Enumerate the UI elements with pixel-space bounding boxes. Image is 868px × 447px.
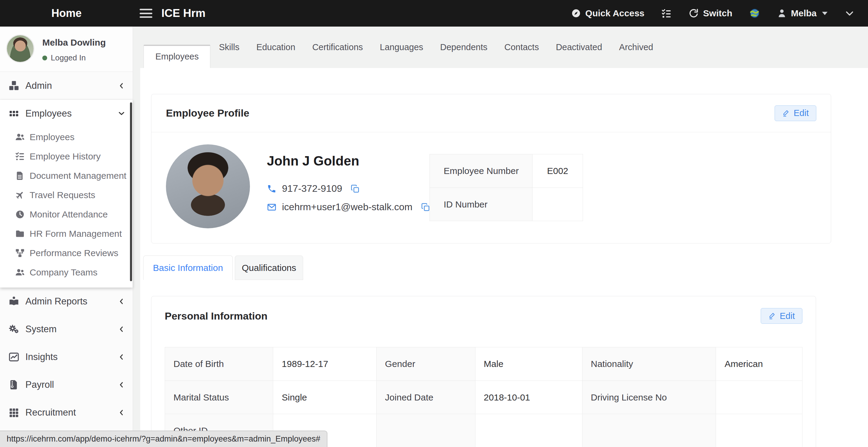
copy-email-button[interactable] xyxy=(421,203,430,212)
clock-icon xyxy=(15,210,25,219)
employee-profile-header: Employee Profile Edit xyxy=(151,94,831,132)
tab-certifications[interactable]: Certifications xyxy=(304,27,371,68)
chart-line-icon xyxy=(8,352,19,362)
tab-dependents[interactable]: Dependents xyxy=(432,27,496,68)
navbar-actions: Quick Access xyxy=(571,8,855,19)
sidebar-item-travel-requests[interactable]: Travel Requests xyxy=(0,186,133,205)
gears-icon xyxy=(8,324,19,334)
tab-archived[interactable]: Archived xyxy=(611,27,661,68)
sidebar-item-hr-form-management[interactable]: HR Form Management xyxy=(0,224,133,244)
grid-icon xyxy=(8,108,19,119)
book-reader-icon xyxy=(8,296,19,307)
sidebar-item-monitor-attendance[interactable]: Monitor Attendance xyxy=(0,205,133,224)
employee-profile-title: Employee Profile xyxy=(166,107,249,119)
file-invoice-icon xyxy=(8,379,19,390)
sidebar-item-admin[interactable]: Admin xyxy=(0,72,133,100)
pencil-icon xyxy=(768,312,776,320)
chevron-left-icon xyxy=(118,326,125,332)
chevron-down-icon xyxy=(118,110,125,117)
quick-access-button[interactable]: Quick Access xyxy=(571,8,645,19)
id-number-value xyxy=(532,188,583,221)
caret-down-icon xyxy=(822,12,828,15)
status-dot xyxy=(42,56,47,60)
tab-contacts[interactable]: Contacts xyxy=(496,27,547,68)
hamburger-icon[interactable] xyxy=(140,9,152,18)
sidebar-item-employees[interactable]: Employees xyxy=(0,127,133,147)
sidebar-item-system[interactable]: System xyxy=(0,315,133,343)
table-row: Employee Number E002 xyxy=(430,154,583,188)
subtab-qualifications[interactable]: Qualifications xyxy=(235,256,303,280)
folder-icon xyxy=(15,229,25,238)
navbar-collapse-chevron[interactable] xyxy=(844,8,855,19)
personal-information-card: Personal Information Edit Date of xyxy=(151,296,816,447)
employee-phone-row: 917-372-9109 xyxy=(267,183,430,194)
sidebar-profile: Melba Dowling Logged In xyxy=(0,27,133,72)
tab-skills[interactable]: Skills xyxy=(210,27,248,68)
employee-id-table: Employee Number E002 ID Number xyxy=(430,154,583,221)
employee-number-value: E002 xyxy=(532,154,583,188)
personal-information-title: Personal Information xyxy=(165,310,268,322)
sidebar-item-document-management[interactable]: Document Management xyxy=(0,166,133,186)
sidebar-item-admin-reports[interactable]: Admin Reports xyxy=(0,288,133,315)
employee-email[interactable]: icehrm+user1@web-stalk.com xyxy=(282,201,412,213)
chevron-left-icon xyxy=(118,298,125,305)
sidebar-item-payroll[interactable]: Payroll xyxy=(0,371,133,399)
sidebar-item-employees-group[interactable]: Employees xyxy=(0,100,133,127)
tasks-icon[interactable] xyxy=(661,8,672,19)
switch-icon xyxy=(688,8,699,19)
table-row: ID Number xyxy=(430,188,583,221)
detail-subtabs: Basic Information Qualifications xyxy=(143,256,303,280)
plane-icon xyxy=(15,190,25,200)
copy-phone-button[interactable] xyxy=(350,184,360,193)
chevron-left-icon xyxy=(118,381,125,388)
chevron-down-icon xyxy=(844,8,855,19)
users-icon xyxy=(15,267,25,277)
file-icon xyxy=(15,171,25,181)
compass-icon xyxy=(571,8,581,19)
app-brand[interactable]: ICE Hrm xyxy=(161,7,206,20)
globe-icon[interactable] xyxy=(749,8,760,19)
list-check-icon xyxy=(15,152,25,161)
employee-phone[interactable]: 917-372-9109 xyxy=(282,183,342,194)
user-name: Melba Dowling xyxy=(42,37,106,48)
edit-personal-information-button[interactable]: Edit xyxy=(761,308,802,324)
employee-photo xyxy=(166,145,250,228)
chevron-left-icon xyxy=(118,83,125,89)
top-navbar: Home ICE Hrm Quick Access xyxy=(0,0,868,27)
sidebar-item-company-teams[interactable]: Company Teams xyxy=(0,263,133,282)
tab-education[interactable]: Education xyxy=(248,27,304,68)
tab-panel: Employee Profile Edit John J Golden xyxy=(140,68,868,447)
sidebar: Melba Dowling Logged In Admin xyxy=(0,27,133,447)
employee-name: John J Golden xyxy=(267,153,430,168)
users-icon xyxy=(15,132,25,142)
sidebar-scrollbar[interactable] xyxy=(130,102,132,281)
grid9-icon xyxy=(8,407,19,418)
chevron-left-icon xyxy=(118,409,125,416)
tab-deactivated[interactable]: Deactivated xyxy=(547,27,611,68)
login-status: Logged In xyxy=(42,53,86,63)
tab-employees[interactable]: Employees xyxy=(144,45,210,68)
sidebar-item-insights[interactable]: Insights xyxy=(0,343,133,371)
link-status-bar: https://icehrm.com/app/demo-icehrm/?g=ad… xyxy=(0,431,327,447)
nav-home-link[interactable]: Home xyxy=(0,7,133,20)
module-tabbar: Employees Skills Education Certification… xyxy=(140,27,868,68)
sidebar-item-employee-history[interactable]: Employee History xyxy=(0,147,133,166)
employee-summary: John J Golden 917-372-9109 xyxy=(267,153,430,213)
subtab-basic-information[interactable]: Basic Information xyxy=(143,256,233,280)
sidebar-item-recruitment[interactable]: Recruitment xyxy=(0,399,133,426)
envelope-icon xyxy=(267,202,277,212)
personal-information-header: Personal Information Edit xyxy=(151,296,816,336)
cubes-icon xyxy=(8,81,19,91)
user-menu[interactable]: Melba xyxy=(777,8,828,19)
tab-languages[interactable]: Languages xyxy=(371,27,432,68)
sidebar-item-performance-reviews[interactable]: Performance Reviews xyxy=(0,244,133,263)
table-row: Date of Birth 1989-12-17 Gender Male Nat… xyxy=(165,347,802,381)
switch-button[interactable]: Switch xyxy=(688,8,732,19)
employee-profile-card: Employee Profile Edit John J Golden xyxy=(151,94,831,244)
pencil-icon xyxy=(782,109,790,117)
phone-icon xyxy=(267,184,277,194)
edit-profile-button[interactable]: Edit xyxy=(775,105,816,121)
employee-email-row: icehrm+user1@web-stalk.com xyxy=(267,201,430,213)
user-avatar xyxy=(6,34,34,63)
person-icon xyxy=(777,8,787,18)
